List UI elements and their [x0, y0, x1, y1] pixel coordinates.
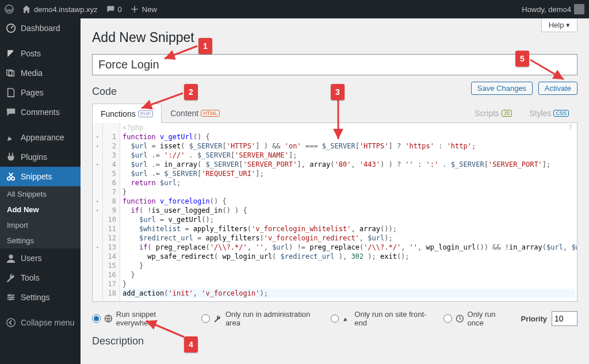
brush-icon — [342, 314, 351, 323]
js-badge: JS — [502, 110, 512, 117]
priority-field: Priority — [521, 311, 577, 326]
submenu-import[interactable]: Import — [0, 217, 81, 233]
wrench-icon — [213, 314, 222, 323]
avatar-icon — [574, 4, 584, 14]
submenu-all-snippets[interactable]: All Snippets — [0, 186, 81, 202]
fold-gutter: ▾▾▾▾▾▾ — [93, 123, 103, 301]
annotation-1: 1 — [198, 38, 212, 54]
menu-appearance[interactable]: Appearance — [0, 128, 81, 147]
run-everywhere-option[interactable]: Run snippet everywhere — [92, 310, 191, 327]
annotation-5: 5 — [515, 51, 529, 67]
page-title: Add New Snippet — [92, 30, 577, 45]
wp-logo[interactable] — [5, 5, 14, 14]
menu-media[interactable]: Media — [0, 63, 81, 83]
svg-point-4 — [9, 255, 13, 259]
run-admin-option[interactable]: Only run in administration area — [201, 310, 320, 327]
priority-input[interactable] — [552, 311, 577, 326]
clock-icon — [456, 314, 464, 323]
annotation-2: 2 — [184, 84, 198, 100]
menu-plugins[interactable]: Plugins — [0, 147, 81, 167]
menu-snippets[interactable]: Snippets — [0, 167, 81, 186]
submenu-settings[interactable]: Settings — [0, 233, 81, 248]
admin-bar: demo4.instawp.xyz 0 New Howdy, demo4 — [0, 0, 589, 18]
menu-pages[interactable]: Pages — [0, 83, 81, 102]
line-number-gutter: 123456789101112131415161718 — [103, 123, 120, 301]
description-heading: Description — [92, 335, 577, 347]
menu-posts[interactable]: Posts — [0, 44, 81, 63]
main-content: Help ▾ Add New Snippet Code Save Changes… — [81, 18, 589, 364]
svg-point-2 — [7, 177, 10, 180]
php-opening-hint: <?php? — [123, 123, 575, 132]
menu-collapse[interactable]: Collapse menu — [0, 313, 81, 332]
site-link[interactable]: demo4.instawp.xyz — [22, 5, 98, 14]
submenu-add-new[interactable]: Add New — [0, 202, 81, 217]
menu-tools[interactable]: Tools — [0, 268, 81, 288]
php-badge: PHP — [138, 110, 154, 117]
menu-users[interactable]: Users — [0, 248, 81, 268]
menu-dashboard[interactable]: Dashboard — [0, 18, 81, 38]
tab-content[interactable]: ContentHTML — [162, 104, 228, 122]
menu-settings[interactable]: Settings — [0, 288, 81, 307]
comments-link[interactable]: 0 — [106, 5, 122, 14]
new-link[interactable]: New — [130, 5, 157, 14]
tab-functions[interactable]: FunctionsPHP — [92, 104, 162, 123]
tab-styles[interactable]: StylesCSS — [521, 104, 577, 122]
css-badge: CSS — [553, 110, 569, 117]
help-tab[interactable]: Help ▾ — [541, 18, 577, 32]
svg-point-10 — [9, 298, 12, 301]
howdy-link[interactable]: Howdy, demo4 — [522, 4, 584, 14]
globe-icon — [104, 314, 113, 323]
annotation-3: 3 — [331, 84, 345, 100]
snippet-title-input[interactable] — [92, 54, 577, 75]
svg-point-8 — [9, 294, 11, 297]
save-changes-button[interactable]: Save Changes — [471, 82, 533, 95]
activate-button[interactable]: Activate — [538, 82, 577, 95]
annotation-4: 4 — [184, 336, 198, 352]
menu-comments[interactable]: Comments — [0, 102, 81, 122]
code-type-tabs: FunctionsPHP ContentHTML ScriptsJS Style… — [92, 104, 577, 123]
code-editor[interactable]: ▾▾▾▾▾▾ 123456789101112131415161718 <?php… — [92, 123, 577, 302]
html-badge: HTML — [201, 110, 220, 117]
admin-sidebar: Dashboard Posts Media Pages Comments App… — [0, 18, 81, 364]
svg-point-11 — [7, 319, 15, 327]
run-frontend-option[interactable]: Only run on site front-end — [331, 310, 433, 327]
run-once-option[interactable]: Only run once — [443, 310, 511, 327]
run-scope-row: Run snippet everywhere Only run in admin… — [92, 310, 577, 327]
tab-scripts[interactable]: ScriptsJS — [466, 104, 521, 122]
svg-point-3 — [12, 177, 14, 180]
svg-point-9 — [12, 296, 14, 298]
